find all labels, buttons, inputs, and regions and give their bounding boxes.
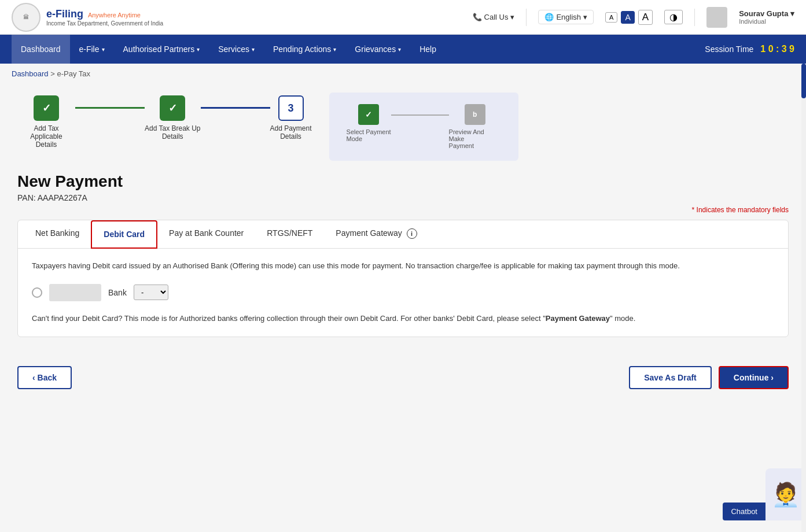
tab-debit-card[interactable]: Debit Card [91,220,157,249]
breadcrumb-home-link[interactable]: Dashboard [12,69,49,78]
phone-icon: 📞 [473,13,482,21]
step-3-label: Add PaymentDetails [270,124,312,141]
chevron-down-icon: ▾ [102,46,105,53]
scrollbar-thumb[interactable] [801,64,806,98]
language-selector[interactable]: 🌐 English ▾ [538,10,594,24]
sub-step-a-circle: ✓ [358,104,379,125]
payment-card: Net Banking Debit Card Pay at Bank Count… [17,220,789,337]
font-small-button[interactable]: A [605,12,617,23]
action-right: Save As Draft Continue › [629,366,789,389]
nav-item-services[interactable]: Services ▾ [209,35,264,64]
user-name: Sourav Gupta ▾ [739,9,794,18]
info-icon[interactable]: i [407,228,417,239]
sub-step-a-label: Select PaymentMode [347,128,391,142]
bank-name-placeholder [49,284,101,301]
sub-step-a: ✓ Select PaymentMode [347,104,391,142]
sub-step-b-label: Preview And MakePayment [449,128,501,149]
scrollbar-track [801,64,806,401]
bank-label: Bank [108,288,127,297]
chevron-down-icon: ▾ [398,46,401,53]
debit-card-description: Taxpayers having Debit card issued by an… [32,260,774,272]
nav-label-help: Help [419,45,436,54]
nav-item-authorised-partners[interactable]: Authorised Partners ▾ [114,35,209,64]
sub-step-connector [391,114,449,116]
nav-label-services: Services [218,45,249,54]
payment-gateway-emphasis: Payment Gateway [546,314,610,323]
tab-pay-bank-counter[interactable]: Pay at Bank Counter [157,220,255,249]
bank-select-row: Bank - [32,284,774,301]
font-default-button[interactable]: A [621,11,634,24]
save-draft-button[interactable]: Save As Draft [629,366,712,389]
call-us-button[interactable]: 📞 Call Us ▾ [473,13,515,21]
logo-tagline: Anywhere Anytime [88,12,141,19]
nav-label-efile: e-File [79,45,100,54]
nav-label-dashboard: Dashboard [21,45,61,54]
session-label: Session Time [705,45,753,54]
nav-label-authorised-partners: Authorised Partners [123,45,195,54]
payment-tabs: Net Banking Debit Card Pay at Bank Count… [18,220,788,249]
debit-card-content: Taxpayers having Debit card issued by an… [18,249,788,337]
font-controls: A A A [605,10,653,25]
main-content: ✓ Add Tax ApplicableDetails ✓ Add Tax Br… [0,84,806,354]
user-type: Individual [739,18,794,25]
session-time: 1 0 : 3 9 [760,44,794,54]
logo: 🏛 e-Filing Anywhere Anytime Income Tax D… [12,3,163,32]
nav-item-efile[interactable]: e-File ▾ [70,35,114,64]
sub-stepper: ✓ Select PaymentMode b Preview And MakeP… [329,93,518,161]
sub-step-b-circle: b [465,104,485,125]
sub-step-row: ✓ Select PaymentMode b Preview And MakeP… [347,104,501,149]
session-timer: Session Time 1 0 : 3 9 [705,44,794,54]
avatar [706,7,727,28]
mandatory-note: * Indicates the mandatory fields [17,206,789,214]
nav-item-pending-actions[interactable]: Pending Actions ▾ [264,35,345,64]
tab-rtgs-neft[interactable]: RTGS/NEFT [255,220,324,249]
logo-emblem: 🏛 [12,3,41,32]
header-controls: 📞 Call Us ▾ 🌐 English ▾ A A A ◑ Sourav G… [473,7,794,28]
page-title: New Payment [17,172,789,191]
font-large-button[interactable]: A [638,10,653,25]
sub-step-b: b Preview And MakePayment [449,104,501,149]
nav-label-pending-actions: Pending Actions [273,45,331,54]
logo-dept: Income Tax Department, Government of Ind… [46,20,163,27]
navbar: Dashboard e-File ▾ Authorised Partners ▾… [0,35,806,64]
logo-title: e-Filing Anywhere Anytime [46,8,163,20]
globe-icon: 🌐 [544,13,554,21]
step-connector-1-2 [75,107,145,109]
nav-item-dashboard[interactable]: Dashboard [12,35,70,64]
step-1-label: Add Tax ApplicableDetails [17,124,75,149]
chevron-down-icon: ▾ [333,46,336,53]
nav-item-grievances[interactable]: Grievances ▾ [345,35,410,64]
continue-button[interactable]: Continue › [719,366,789,389]
step-2: ✓ Add Tax Break UpDetails [145,95,201,141]
stepper: ✓ Add Tax ApplicableDetails ✓ Add Tax Br… [17,90,789,161]
header: 🏛 e-Filing Anywhere Anytime Income Tax D… [0,0,806,35]
bank-radio[interactable] [32,287,42,298]
bank-dropdown[interactable]: - [134,285,168,300]
breadcrumb: Dashboard > e-Pay Tax [0,64,806,84]
chevron-down-icon: ▾ [252,46,255,53]
step-3: 3 Add PaymentDetails [270,95,312,141]
step-3-circle: 3 [278,95,304,121]
logo-text-group: e-Filing Anywhere Anytime Income Tax Dep… [46,8,163,27]
debit-card-note: Can't find your Debit Card? This mode is… [32,313,774,325]
step-connector-2-3 [201,107,270,109]
page-pan: PAN: AAAPA2267A [17,193,789,202]
tab-net-banking[interactable]: Net Banking [24,220,91,249]
step-1-circle: ✓ [34,95,59,121]
tab-payment-gateway[interactable]: Payment Gateway i [324,220,428,249]
breadcrumb-current: e-Pay Tax [57,69,90,78]
contrast-button[interactable]: ◑ [664,10,683,24]
action-bar: ‹ Back Save As Draft Continue › [0,354,806,401]
back-button[interactable]: ‹ Back [17,366,72,389]
step-1: ✓ Add Tax ApplicableDetails [17,95,75,149]
nav-item-help[interactable]: Help [410,35,446,64]
nav-label-grievances: Grievances [355,45,396,54]
user-info: Sourav Gupta ▾ Individual [739,9,794,25]
breadcrumb-separator: > [50,69,57,78]
chevron-down-icon: ▾ [197,46,200,53]
step-2-circle: ✓ [160,95,185,121]
step-2-label: Add Tax Break UpDetails [145,124,201,141]
